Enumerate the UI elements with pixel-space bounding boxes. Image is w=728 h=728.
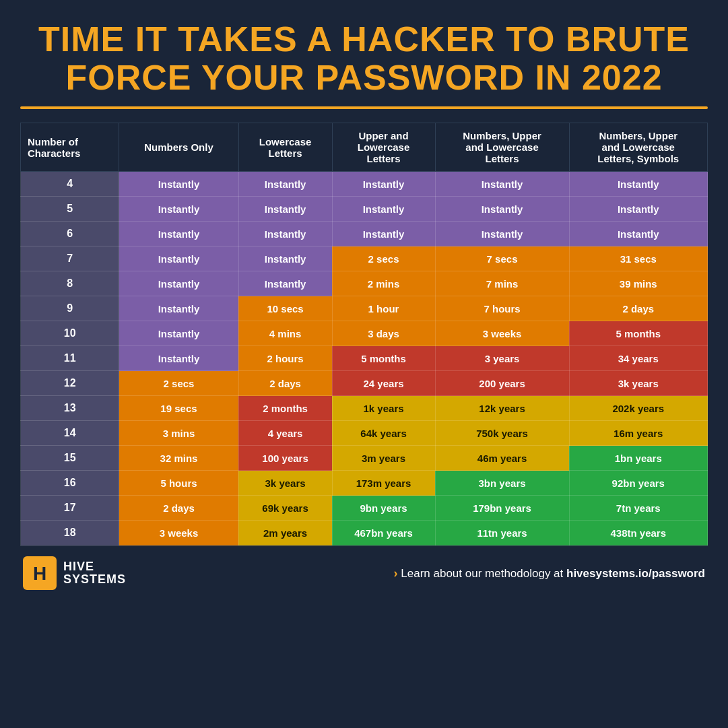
cell-col3: 467bn years [332,521,435,545]
hive-logo: H HIVE SYSTEMS [23,556,126,590]
cell-col5: 202k years [569,396,707,421]
cell-col3: 3m years [332,446,435,471]
cell-col3: 2 secs [332,246,435,271]
header-chars: Number ofCharacters [21,123,119,172]
cell-col1: Instantly [119,296,238,321]
cell-col4: 3 weeks [435,321,569,346]
cell-col2: 69k years [238,496,332,521]
cell-col5: 438tn years [569,521,707,545]
cell-col3: 2 mins [332,271,435,296]
title-year: 2022 [582,58,663,97]
cell-col3: 1k years [332,396,435,421]
cell-col3: 173m years [332,471,435,496]
header-upper-lower: Upper andLowercaseLetters [332,123,435,172]
header-numbers-upper-lower: Numbers, Upperand LowercaseLetters [435,123,569,172]
cell-col2: Instantly [238,246,332,271]
cell-col1: Instantly [119,271,238,296]
table-row: 143 mins4 years64k years750k years16m ye… [21,421,708,446]
cell-col3: 1 hour [332,296,435,321]
hive-systems-text: HIVE SYSTEMS [63,560,126,587]
cell-col2: 2 hours [238,346,332,371]
cell-col1: Instantly [119,222,238,246]
cell-col4: Instantly [435,172,569,197]
cell-col1: Instantly [119,172,238,197]
cell-col5: 1bn years [569,446,707,471]
cell-col2: 2 months [238,396,332,421]
cell-col2: Instantly [238,222,332,246]
cell-chars: 7 [21,246,119,271]
cell-col2: Instantly [238,172,332,197]
cell-col1: Instantly [119,197,238,222]
cell-col4: 7 mins [435,271,569,296]
cell-col3: Instantly [332,222,435,246]
cell-col1: 2 days [119,496,238,521]
cell-col1: 19 secs [119,396,238,421]
cell-chars: 11 [21,346,119,371]
cell-col3: 9bn years [332,496,435,521]
cell-col4: Instantly [435,222,569,246]
cell-col3: 64k years [332,421,435,446]
table-row: 1532 mins100 years3m years46m years1bn y… [21,446,708,471]
header-numbers-upper-lower-symbols: Numbers, Upperand LowercaseLetters, Symb… [569,123,707,172]
cell-col3: 3 days [332,321,435,346]
table-row: 183 weeks2m years467bn years11tn years43… [21,521,708,545]
cell-col3: 5 months [332,346,435,371]
table-row: 10Instantly4 mins3 days3 weeks5 months [21,321,708,346]
cell-col5: 7tn years [569,496,707,521]
cell-col3: Instantly [332,172,435,197]
cell-col1: Instantly [119,246,238,271]
cell-col5: 31 secs [569,246,707,271]
table-row: 122 secs2 days24 years200 years3k years [21,371,708,396]
cell-col1: 32 mins [119,446,238,471]
table-row: 7InstantlyInstantly2 secs7 secs31 secs [21,246,708,271]
cell-col5: Instantly [569,222,707,246]
header-lowercase: LowercaseLetters [238,123,332,172]
cell-col5: 34 years [569,346,707,371]
cell-chars: 9 [21,296,119,321]
cell-chars: 17 [21,496,119,521]
cell-col1: Instantly [119,346,238,371]
svg-text:H: H [33,563,46,584]
cell-col5: 39 mins [569,271,707,296]
cell-col2: 2 days [238,371,332,396]
title-line1: TIME IT TAKES A HACKER TO BRUTE [38,20,690,59]
cell-col1: 2 secs [119,371,238,396]
cell-col5: 3k years [569,371,707,396]
footer-link: › Learn about our methodology at hivesys… [394,566,705,581]
table-row: 172 days69k years9bn years179bn years7tn… [21,496,708,521]
table-row: 5InstantlyInstantlyInstantlyInstantlyIns… [21,197,708,222]
cell-chars: 5 [21,197,119,222]
cell-chars: 10 [21,321,119,346]
cell-chars: 12 [21,371,119,396]
title-line2: FORCE YOUR PASSWORD IN [65,58,581,97]
cell-chars: 16 [21,471,119,496]
cell-chars: 18 [21,521,119,545]
table-row: 11Instantly2 hours5 months3 years34 year… [21,346,708,371]
main-container: TIME IT TAKES A HACKER TO BRUTE FORCE YO… [0,0,728,603]
cell-col4: 11tn years [435,521,569,545]
cell-col5: 5 months [569,321,707,346]
table-row: 6InstantlyInstantlyInstantlyInstantlyIns… [21,222,708,246]
cell-col2: Instantly [238,197,332,222]
cell-col2: Instantly [238,271,332,296]
cell-col4: Instantly [435,197,569,222]
cell-col1: 3 weeks [119,521,238,545]
cell-col2: 10 secs [238,296,332,321]
cell-col4: 200 years [435,371,569,396]
cell-col3: Instantly [332,197,435,222]
cell-col4: 750k years [435,421,569,446]
table-row: 165 hours3k years173m years3bn years92bn… [21,471,708,496]
cell-col4: 7 hours [435,296,569,321]
footer: H HIVE SYSTEMS › Learn about our methodo… [20,556,708,590]
cell-col1: Instantly [119,321,238,346]
main-title: TIME IT TAKES A HACKER TO BRUTE FORCE YO… [20,20,708,97]
cell-col5: 2 days [569,296,707,321]
cell-chars: 15 [21,446,119,471]
cell-col5: Instantly [569,172,707,197]
cell-col5: Instantly [569,197,707,222]
cell-col3: 24 years [332,371,435,396]
cell-col1: 5 hours [119,471,238,496]
hive-logo-icon: H [23,556,57,590]
cell-col2: 3k years [238,471,332,496]
cell-chars: 4 [21,172,119,197]
